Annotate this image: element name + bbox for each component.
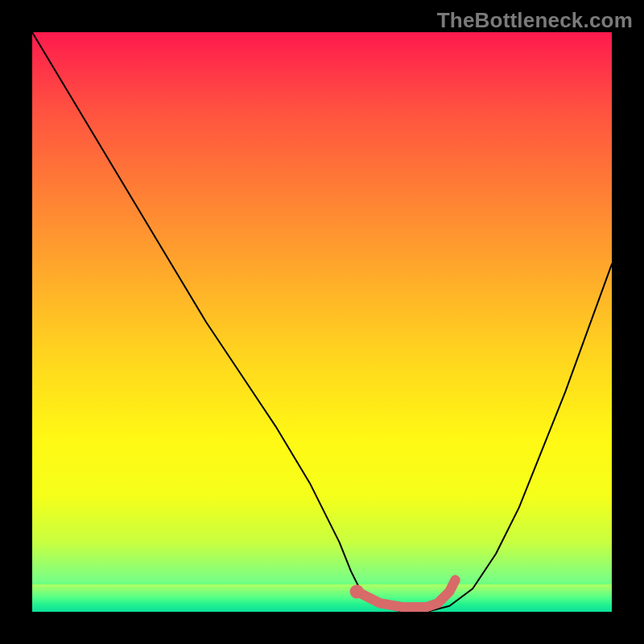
gradient-bottom-band <box>32 584 612 612</box>
watermark-text: TheBottleneck.com <box>437 8 633 33</box>
gradient-background <box>32 32 612 612</box>
chart-frame: TheBottleneck.com <box>0 0 644 644</box>
